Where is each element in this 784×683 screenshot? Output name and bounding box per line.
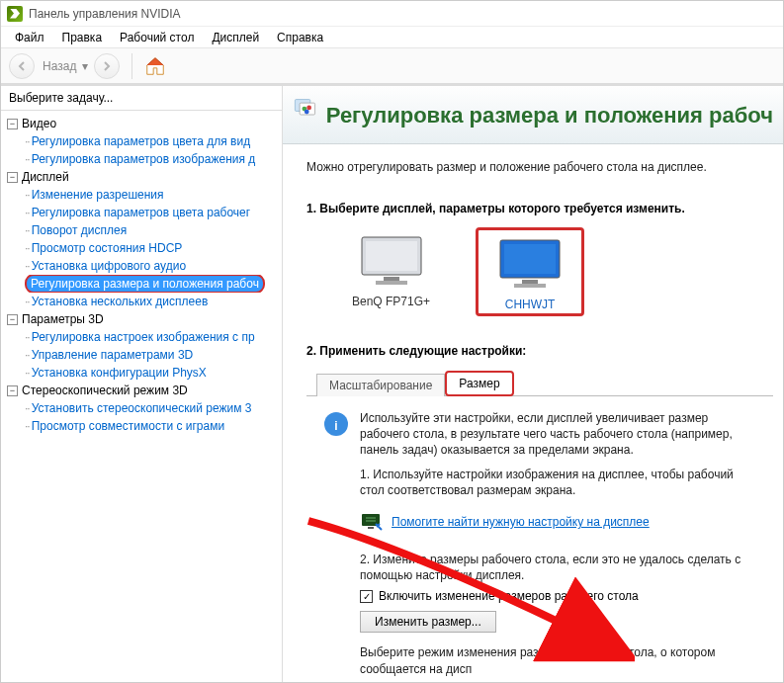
tree-item[interactable]: Регулировка параметров цвета рабочег [32,206,251,219]
menu-file[interactable]: Файл [7,29,52,46]
home-icon [144,55,166,77]
menu-bar: Файл Правка Рабочий стол Дисплей Справка [1,27,783,48]
resize-button[interactable]: Изменить размер... [360,611,496,633]
tree-item[interactable]: Регулировка параметров цвета для вид [32,134,250,148]
menu-edit[interactable]: Правка [54,29,111,46]
toolbar-separator [131,53,132,79]
page-title: Регулировка размера и положения рабоч [326,103,773,128]
display-label: CHHWJT [505,298,556,311]
nav-forward-button[interactable] [94,53,120,79]
tree-item[interactable]: Установка нескольких дисплеев [32,295,209,308]
nav-back-button[interactable] [9,53,35,79]
svg-rect-7 [384,277,399,281]
tab-scaling[interactable]: Масштабирование [316,374,445,396]
page-icon [293,96,316,135]
help-link[interactable]: Помогите найти нужную настройку на диспл… [392,515,650,529]
tree-item[interactable]: Установка цифрового аудио [32,259,186,273]
substep2: 2. Измените размеры рабочего стола, если… [360,552,757,583]
svg-rect-12 [514,284,546,288]
task-tree: −Видео··Регулировка параметров цвета для… [1,111,282,439]
tree-item[interactable]: Поворот дисплея [32,223,128,237]
tree-toggle[interactable]: − [7,119,18,129]
tree-item[interactable]: Просмотр совместимости с играми [32,419,224,433]
tree-toggle[interactable]: − [7,314,18,325]
window-title: Панель управления NVIDIA [29,7,181,21]
menu-help[interactable]: Справка [269,29,331,46]
page-intro: Можно отрегулировать размер и положение … [306,160,773,174]
enable-resize-label: Включить изменение размеров рабочего сто… [379,589,639,603]
tree-item[interactable]: Управление параметрами 3D [32,348,194,362]
display-settings-icon [360,510,384,534]
tree-item[interactable]: Изменение разрешения [32,188,164,202]
display-picker: BenQ FP71G+ CHHWJT [336,227,773,316]
svg-point-4 [305,110,309,115]
tree-toggle[interactable]: − [7,385,18,396]
tree-item[interactable]: Установить стереоскопический режим 3 [32,401,252,415]
tree-item[interactable]: Регулировка настроек изображения с пр [32,330,255,344]
tree-group-label[interactable]: Видео [22,117,56,130]
display-option[interactable]: CHHWJT [476,227,584,316]
nav-back-label: Назад [43,59,76,73]
home-button[interactable] [144,55,166,77]
arrow-right-icon [101,60,113,72]
menu-desktop[interactable]: Рабочий стол [112,29,202,46]
tree-item[interactable]: Просмотр состояния HDCP [32,241,183,255]
step2-heading: 2. Применить следующие настройки: [306,344,773,358]
step1-heading: 1. Выберите дисплей, параметры которого … [306,202,773,215]
svg-rect-11 [522,280,538,284]
info-icon: i [322,410,350,438]
svg-rect-16 [368,527,374,529]
menu-display[interactable]: Дисплей [204,29,267,46]
arrow-left-icon [16,60,28,72]
tree-group-label[interactable]: Параметры 3D [22,312,104,326]
monitor-icon [356,233,427,289]
substep1: 1. Используйте настройки изображения на … [360,467,757,498]
display-label: BenQ FP71G+ [352,295,430,308]
tree-group-label[interactable]: Стереоскопический режим 3D [22,384,188,397]
svg-rect-10 [504,244,556,274]
display-option[interactable]: BenQ FP71G+ [336,227,446,316]
tree-toggle[interactable]: − [7,172,18,183]
tree-item[interactable]: Регулировка размера и положения рабоч [31,277,259,291]
enable-resize-checkbox[interactable]: ✓ [360,590,373,603]
svg-text:i: i [334,419,337,433]
nav-back-dropdown[interactable]: ▾ [82,59,88,73]
svg-rect-6 [366,241,417,271]
svg-point-3 [306,106,311,111]
info-text: Используйте эти настройки, если дисплей … [360,410,757,459]
tree-item[interactable]: Регулировка параметров изображения д [32,152,256,166]
svg-rect-8 [376,281,407,285]
monitor-icon [494,236,566,292]
mode-label: Выберите режим изменения размера рабочег… [360,644,757,676]
tree-group-label[interactable]: Дисплей [22,170,69,184]
sidebar-heading: Выберите задачу... [1,86,282,111]
tab-size[interactable]: Размер [445,371,513,396]
nvidia-icon [7,6,23,22]
tree-item[interactable]: Установка конфигурации PhysX [32,366,207,380]
